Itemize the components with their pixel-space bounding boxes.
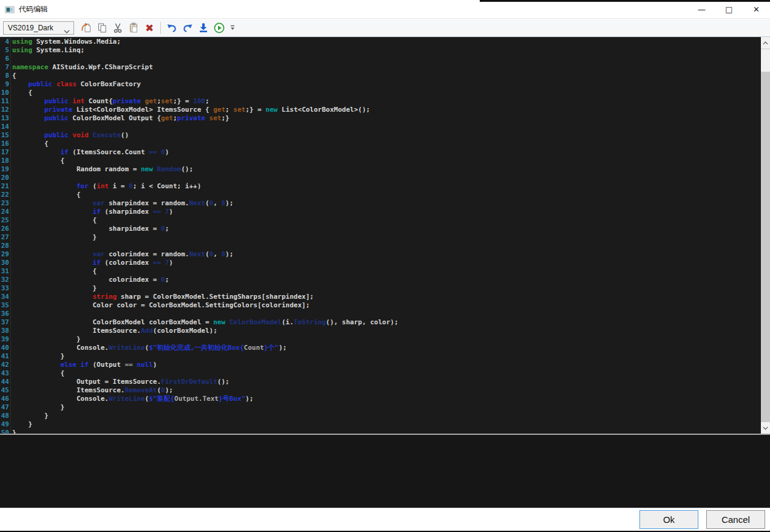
code-line-40[interactable]: 40 Console.WriteLine($"初始化完成,一共初始化Box{Co… bbox=[0, 344, 761, 352]
code-line-11[interactable]: 11 public int Count{private get;set;} = … bbox=[0, 97, 761, 106]
code-text[interactable]: if (colorindex == 7) bbox=[9, 259, 173, 267]
code-line-45[interactable]: 45 ItemsSource.RemoveAt(0); bbox=[0, 386, 761, 395]
code-line-12[interactable]: 12 private List<ColorBoxModel> ItemsSour… bbox=[0, 106, 761, 114]
code-text[interactable]: { bbox=[9, 72, 16, 80]
code-text[interactable]: var colorindex = random.Next(0, 8); bbox=[9, 250, 233, 259]
code-text[interactable] bbox=[9, 310, 12, 318]
code-text[interactable]: } bbox=[9, 352, 64, 361]
code-line-19[interactable]: 19 Random random = new Random(); bbox=[0, 165, 761, 174]
code-text[interactable]: var sharpindex = random.Next(0, 8); bbox=[9, 199, 233, 208]
code-text[interactable]: ColorBoxModel colorBoxModel = new ColorB… bbox=[9, 318, 398, 327]
code-line-50[interactable]: 50} bbox=[0, 429, 761, 434]
code-text[interactable] bbox=[9, 123, 12, 131]
code-text[interactable]: public int Count{private get;set;} = 100… bbox=[9, 97, 210, 106]
code-line-44[interactable]: 44 Output = ItemsSource.FirstOrDefault()… bbox=[0, 378, 761, 386]
code-text[interactable]: private List<ColorBoxModel> ItemsSource … bbox=[9, 106, 370, 114]
code-line-9[interactable]: 9 public class ColorBoxFactory bbox=[0, 80, 761, 89]
code-line-4[interactable]: 4using System.Windows.Media; bbox=[0, 38, 761, 46]
save-button[interactable] bbox=[196, 21, 211, 35]
code-line-29[interactable]: 29 var colorindex = random.Next(0, 8); bbox=[0, 250, 761, 259]
code-text[interactable]: for (int i = 0; i < Count; i++) bbox=[9, 182, 201, 191]
scroll-up-button[interactable] bbox=[761, 37, 770, 49]
code-line-6[interactable]: 6 bbox=[0, 55, 761, 63]
run-button[interactable] bbox=[212, 21, 227, 35]
code-line-48[interactable]: 48 } bbox=[0, 412, 761, 420]
paste-button[interactable] bbox=[126, 21, 141, 35]
code-text[interactable]: Random random = new Random(); bbox=[9, 165, 193, 174]
scroll-down-button[interactable] bbox=[761, 422, 770, 434]
close-button[interactable]: ✕ bbox=[743, 0, 770, 19]
code-line-34[interactable]: 34 string sharp = ColorBoxModel.SettingS… bbox=[0, 293, 761, 301]
code-line-43[interactable]: 43 { bbox=[0, 369, 761, 378]
scrollbar-thumb[interactable] bbox=[761, 49, 770, 72]
code-text[interactable] bbox=[9, 242, 12, 250]
code-line-13[interactable]: 13 public ColorBoxModel Output {get;priv… bbox=[0, 114, 761, 123]
redo-button[interactable] bbox=[180, 21, 195, 35]
code-line-17[interactable]: 17 if (ItemsSource.Count == 0) bbox=[0, 148, 761, 157]
code-text[interactable]: { bbox=[9, 191, 81, 199]
code-line-33[interactable]: 33 } bbox=[0, 284, 761, 293]
toolbar-overflow-button[interactable] bbox=[230, 24, 236, 32]
code-text[interactable]: ItemsSource.RemoveAt(0); bbox=[9, 386, 173, 395]
code-line-8[interactable]: 8{ bbox=[0, 72, 761, 80]
code-line-22[interactable]: 22 { bbox=[0, 191, 761, 199]
code-text[interactable]: string sharp = ColorBoxModel.SettingShar… bbox=[9, 293, 314, 301]
code-text[interactable]: colorindex = 0; bbox=[9, 276, 169, 284]
code-text[interactable]: public ColorBoxModel Output {get;private… bbox=[9, 114, 230, 123]
code-line-41[interactable]: 41 } bbox=[0, 352, 761, 361]
maximize-button[interactable]: □ bbox=[715, 0, 743, 19]
code-text[interactable]: } bbox=[9, 429, 16, 434]
code-text[interactable]: { bbox=[9, 140, 49, 148]
code-text[interactable]: else if (Output == null) bbox=[9, 361, 157, 369]
code-text[interactable]: public class ColorBoxFactory bbox=[9, 80, 141, 89]
code-line-28[interactable]: 28 bbox=[0, 242, 761, 250]
code-line-27[interactable]: 27 } bbox=[0, 233, 761, 242]
code-text[interactable]: using System.Windows.Media; bbox=[9, 38, 121, 46]
code-text[interactable]: namespace AIStudio.Wpf.CSharpScript bbox=[9, 63, 153, 72]
undo-button[interactable] bbox=[165, 21, 179, 35]
code-line-35[interactable]: 35 Color color = ColorBoxModel.SettingCo… bbox=[0, 301, 761, 310]
code-line-32[interactable]: 32 colorindex = 0; bbox=[0, 276, 761, 284]
code-line-31[interactable]: 31 { bbox=[0, 267, 761, 276]
code-line-16[interactable]: 16 { bbox=[0, 140, 761, 148]
code-text[interactable]: if (sharpindex == 7) bbox=[9, 208, 173, 216]
theme-select[interactable]: VS2019_Dark bbox=[3, 21, 74, 35]
revert-document-button[interactable] bbox=[79, 21, 94, 35]
code-text[interactable]: { bbox=[9, 157, 64, 165]
code-text[interactable]: Console.WriteLine($"装配{Output.Text}号Box"… bbox=[9, 395, 253, 403]
code-text[interactable]: } bbox=[9, 335, 81, 344]
code-text[interactable]: ItemsSource.Add(colorBoxModel); bbox=[9, 327, 217, 335]
cancel-button[interactable]: Cancel bbox=[706, 510, 765, 529]
code-text[interactable]: Output = ItemsSource.FirstOrDefault(); bbox=[9, 378, 230, 386]
code-text[interactable] bbox=[9, 174, 12, 182]
code-line-20[interactable]: 20 bbox=[0, 174, 761, 182]
code-line-21[interactable]: 21 for (int i = 0; i < Count; i++) bbox=[0, 182, 761, 191]
code-line-36[interactable]: 36 bbox=[0, 310, 761, 318]
code-text[interactable]: } bbox=[9, 403, 64, 412]
minimize-button[interactable]: — bbox=[688, 0, 715, 19]
code-text[interactable] bbox=[9, 55, 12, 63]
code-text[interactable]: using System.Linq; bbox=[9, 46, 84, 55]
code-text[interactable]: { bbox=[9, 267, 97, 276]
vertical-scrollbar[interactable] bbox=[761, 37, 770, 434]
code-text[interactable]: } bbox=[9, 233, 97, 242]
code-text[interactable]: { bbox=[9, 216, 97, 225]
code-line-26[interactable]: 26 sharpindex = 0; bbox=[0, 225, 761, 233]
code-text[interactable]: { bbox=[9, 89, 32, 97]
code-text[interactable]: } bbox=[9, 420, 32, 429]
code-line-49[interactable]: 49 } bbox=[0, 420, 761, 429]
code-line-39[interactable]: 39 } bbox=[0, 335, 761, 344]
code-text[interactable]: if (ItemsSource.Count == 0) bbox=[9, 148, 169, 157]
code-line-46[interactable]: 46 Console.WriteLine($"装配{Output.Text}号B… bbox=[0, 395, 761, 403]
code-line-14[interactable]: 14 bbox=[0, 123, 761, 131]
code-text[interactable]: Console.WriteLine($"初始化完成,一共初始化Box{Count… bbox=[9, 344, 287, 352]
code-line-38[interactable]: 38 ItemsSource.Add(colorBoxModel); bbox=[0, 327, 761, 335]
code-line-15[interactable]: 15 public void Execute() bbox=[0, 131, 761, 140]
code-line-30[interactable]: 30 if (colorindex == 7) bbox=[0, 259, 761, 267]
code-text[interactable]: { bbox=[9, 369, 64, 378]
code-line-37[interactable]: 37 ColorBoxModel colorBoxModel = new Col… bbox=[0, 318, 761, 327]
ok-button[interactable]: Ok bbox=[639, 510, 698, 529]
code-line-7[interactable]: 7namespace AIStudio.Wpf.CSharpScript bbox=[0, 63, 761, 72]
code-line-23[interactable]: 23 var sharpindex = random.Next(0, 8); bbox=[0, 199, 761, 208]
code-text[interactable]: Color color = ColorBoxModel.SettingColor… bbox=[9, 301, 310, 310]
